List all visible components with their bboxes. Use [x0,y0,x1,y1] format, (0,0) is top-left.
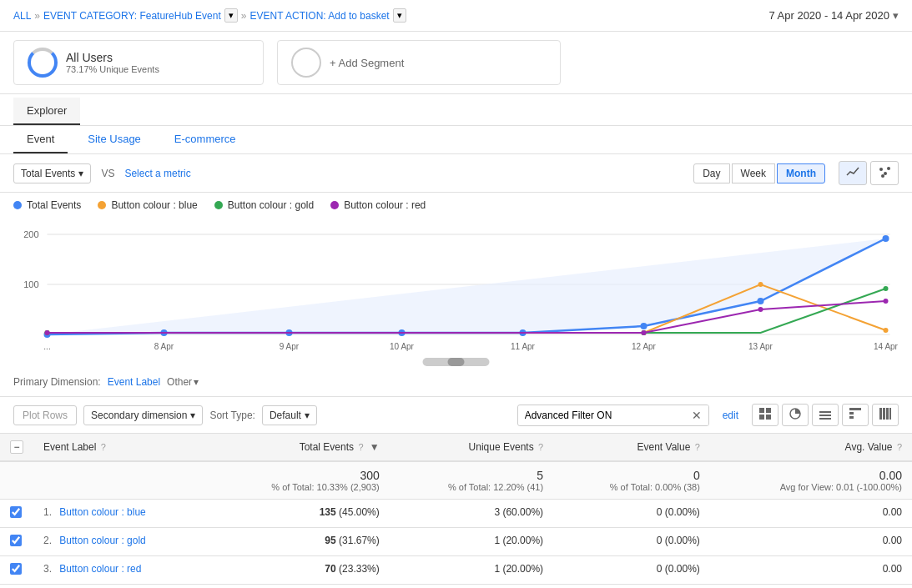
add-segment-button[interactable]: + Add Segment [277,40,561,85]
secondary-dim-arrow: ▾ [190,410,195,421]
row3-label[interactable]: Button colour : red [59,563,141,575]
row2-unique-cell: 1 (20.00%) [390,528,553,556]
advanced-filter-box: ✕ [517,405,709,426]
row1-label[interactable]: Button colour : blue [59,506,145,518]
other-arrow: ▾ [194,376,199,388]
tab-explorer[interactable]: Explorer [13,98,80,125]
svg-point-15 [641,323,647,329]
columns-view-button[interactable] [872,404,899,426]
row1-checkbox-cell [0,500,33,528]
secondary-dimension-dropdown[interactable]: Secondary dimension ▾ [83,405,203,425]
row3-avg-cell: 0.00 [710,556,912,585]
sort-arrow: ▾ [305,410,310,421]
row1-unique: 3 [494,506,500,518]
line-chart-button[interactable] [839,161,867,185]
th-total-events[interactable]: Total Events ? ▼ [208,434,390,461]
legend-dot-red [330,201,339,209]
breadcrumb-category-dropdown[interactable]: ▾ [224,8,238,23]
svg-text:200: 200 [23,229,38,239]
legend-item-total: Total Events [13,199,81,211]
th-avg-value-text: Avg. Value [845,441,893,453]
row2-checkbox-cell [0,528,33,556]
filter-edit-button[interactable]: edit [723,410,738,421]
select-metric-link[interactable]: Select a metric [124,168,190,179]
row3-checkbox[interactable] [10,563,22,575]
view-type-buttons [752,404,899,426]
plot-rows-button[interactable]: Plot Rows [13,405,77,425]
breadcrumb-action-dropdown[interactable]: ▾ [393,8,406,23]
th-event-label-text: Event Label [43,441,96,453]
svg-rect-53 [889,408,891,420]
month-button[interactable]: Month [777,163,825,183]
filter-clear-button[interactable]: ✕ [685,405,708,425]
sub-tab-bar: Event Site Usage E-commerce [0,126,912,154]
row2-checkbox[interactable] [10,535,22,546]
svg-point-25 [45,330,50,335]
total-row: 300 % of Total: 10.33% (2,903) 5 % of To… [0,461,912,500]
th-total-events-text: Total Events [300,441,354,453]
legend-item-gold: Button colour : gold [214,199,314,211]
svg-text:12 Apr: 12 Apr [632,342,657,351]
svg-point-3 [881,174,884,178]
legend-item-red: Button colour : red [330,199,426,211]
segment-all-users[interactable]: All Users 73.17% Unique Events [13,40,264,85]
row2-total-cell: 95 (31.67%) [208,528,390,556]
tab-event[interactable]: Event [13,126,68,153]
svg-text:8 Apr: 8 Apr [154,342,174,351]
row3-label-cell: 3. Button colour : red [33,556,208,585]
row3-avg-value: 0.00 [883,563,902,575]
row3-value-cell: 0 (0.00%) [553,556,710,585]
day-button[interactable]: Day [693,163,729,183]
breadcrumb-all[interactable]: ALL [13,10,31,22]
svg-rect-44 [819,411,831,413]
th-event-label[interactable]: Event Label ? [33,434,208,461]
total-events-cell: 300 % of Total: 10.33% (2,903) [208,461,390,500]
svg-point-2 [887,167,890,170]
row2-avg-cell: 0.00 [710,528,912,556]
tab-site-usage[interactable]: Site Usage [74,126,154,153]
pivot-view-button[interactable] [842,404,869,426]
breadcrumb: ALL » EVENT CATEGORY: FeatureHub Event ▾… [0,0,912,32]
total-label-cell [33,461,208,500]
legend-dot-blue [98,201,106,209]
row3-checkbox-cell [0,556,33,585]
sort-dropdown[interactable]: Default ▾ [262,405,317,425]
th-unique-events[interactable]: Unique Events ? [390,434,553,461]
row2-total-pct: (31.67%) [339,535,380,546]
svg-point-28 [884,299,889,304]
add-segment-label: + Add Segment [330,57,404,69]
row3-unique-cell: 1 (20.00%) [390,556,553,585]
row2-total-events: 95 [325,535,335,546]
breadcrumb-action-label[interactable]: EVENT ACTION: Add to basket [250,10,390,22]
row1-value-pct: (0.00%) [665,506,700,518]
secondary-dim-label: Secondary dimension [91,410,187,421]
other-dropdown[interactable]: Other ▾ [167,376,199,388]
primary-dimension-bar: Primary Dimension: Event Label Other ▾ [0,368,912,397]
table-row: 2. Button colour : gold 95 (31.67%) 1 (2… [0,528,912,556]
svg-rect-49 [849,416,854,419]
row2-label[interactable]: Button colour : gold [59,535,145,546]
bar-view-button[interactable] [812,404,839,426]
th-avg-value[interactable]: Avg. Value ? [710,434,912,461]
th-event-value[interactable]: Event Value ? [553,434,710,461]
add-segment-circle [291,48,321,78]
svg-rect-38 [448,358,465,366]
scatter-chart-button[interactable] [870,161,899,185]
svg-point-27 [758,307,763,312]
row1-num: 1. [43,506,52,518]
week-button[interactable]: Week [732,163,775,183]
svg-text:9 Apr: 9 Apr [280,342,300,351]
metric-dropdown[interactable]: Total Events ▾ [13,163,91,183]
row1-total-events: 135 [320,506,336,518]
date-range[interactable]: 7 Apr 2020 - 14 Apr 2020 ▾ [768,9,899,22]
segment-sub: 73.17% Unique Events [66,64,159,74]
grid-view-button[interactable] [752,404,778,426]
deselect-all-button[interactable]: − [10,440,23,454]
pie-view-button[interactable] [782,404,809,426]
breadcrumb-category-label[interactable]: EVENT CATEGORY: FeatureHub Event [43,10,221,22]
tab-ecommerce[interactable]: E-commerce [161,126,249,153]
chart-controls: Total Events ▾ VS Select a metric Day We… [0,154,912,193]
row1-checkbox[interactable] [10,506,22,518]
primary-dim-value[interactable]: Event Label [108,376,160,388]
advanced-filter-input[interactable] [518,406,685,425]
